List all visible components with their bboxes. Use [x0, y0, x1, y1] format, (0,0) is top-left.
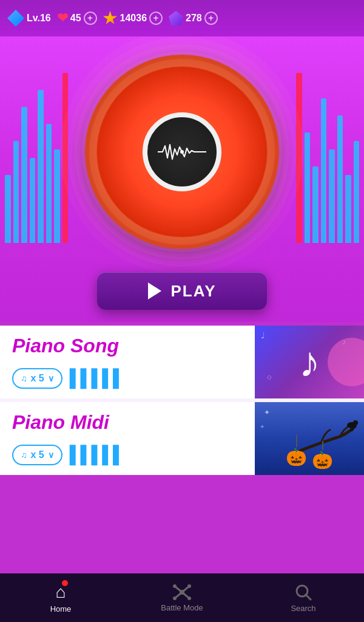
play-triangle-icon	[148, 282, 161, 299]
search-icon	[294, 583, 312, 601]
level-label: Lv.16	[27, 13, 51, 24]
cards-section: Piano Song ♫ x 5 ∨ ▌▌▌▌▌ ♩ ♪ ◇ ♪	[0, 326, 364, 475]
piano-midi-card[interactable]: Piano Midi ♫ x 5 ∨ ▌▌▌▌▌	[0, 402, 364, 475]
piano-midi-image: 🎃 🎃 ✦ ✦	[255, 402, 364, 475]
play-button[interactable]: PLAY	[97, 272, 267, 310]
gems-count: 278	[186, 13, 202, 24]
pumpkin-1: 🎃	[286, 435, 307, 470]
star-1: ✦	[264, 408, 270, 417]
piano-song-title: Piano Song	[12, 335, 243, 357]
scatter-note-3: ◇	[267, 374, 272, 380]
level-stat: Lv.16	[7, 10, 51, 27]
svg-point-12	[180, 590, 184, 595]
nav-battle[interactable]: Battle Mode	[121, 584, 243, 612]
equalizer-icon: ▌▌▌▌▌	[70, 369, 124, 388]
notification-dot	[62, 580, 68, 586]
star-2: ✦	[260, 423, 265, 430]
piano-midi-count: x 5	[31, 449, 44, 460]
hearts-stat: ❤ 45 +	[57, 10, 97, 26]
eq-bars-right	[291, 73, 364, 243]
main-area: PLAY	[0, 36, 364, 322]
svg-point-0	[180, 150, 184, 154]
vinyl-outer	[85, 55, 279, 249]
gems-stat: 278 +	[169, 11, 218, 26]
svg-point-8	[173, 584, 177, 588]
bottom-nav: ⌂ Home Battle Mode Search	[0, 573, 364, 622]
pumpkin-2: 🎃	[312, 441, 333, 470]
heart-icon: ❤	[57, 10, 68, 26]
play-button-container: PLAY	[97, 272, 267, 310]
piano-midi-bg: 🎃 🎃 ✦ ✦	[255, 402, 364, 475]
svg-point-10	[173, 596, 177, 600]
top-bar: Lv.16 ❤ 45 + 14036 + 278 +	[0, 0, 364, 36]
accent-circle	[328, 338, 364, 386]
hearts-plus-button[interactable]: +	[84, 12, 97, 25]
piano-song-controls: ♫ x 5 ∨ ▌▌▌▌▌	[12, 368, 243, 389]
svg-point-2	[353, 420, 358, 425]
vinyl-center	[143, 112, 221, 191]
nav-home[interactable]: ⌂ Home	[0, 583, 121, 613]
play-label: PLAY	[171, 282, 217, 301]
piano-song-card[interactable]: Piano Song ♫ x 5 ∨ ▌▌▌▌▌ ♩ ♪ ◇ ♪	[0, 326, 364, 398]
chevron-down-icon-2: ∨	[48, 450, 54, 460]
nav-search-label: Search	[291, 604, 315, 613]
svg-line-14	[306, 595, 311, 600]
music-note-icon-2: ♫	[21, 450, 27, 460]
svg-point-11	[187, 596, 191, 600]
piano-song-count: x 5	[31, 373, 44, 384]
svg-point-9	[187, 584, 191, 588]
hearts-count: 45	[70, 13, 81, 24]
coin-icon	[103, 11, 118, 26]
nav-battle-label: Battle Mode	[161, 603, 203, 612]
home-icon-wrapper: ⌂	[56, 583, 66, 602]
diamond-icon	[7, 10, 24, 27]
pumpkins: 🎃 🎃	[286, 435, 333, 470]
piano-song-count-badge[interactable]: ♫ x 5 ∨	[12, 368, 62, 389]
piano-song-info: Piano Song ♫ x 5 ∨ ▌▌▌▌▌	[0, 326, 255, 398]
gem-icon	[169, 11, 183, 26]
coins-count: 14036	[120, 13, 147, 24]
piano-song-bg: ♩ ♪ ◇ ♪	[255, 326, 364, 398]
piano-midi-title: Piano Midi	[12, 412, 243, 433]
battle-icon	[172, 584, 192, 601]
piano-midi-count-badge[interactable]: ♫ x 5 ∨	[12, 445, 62, 465]
piano-midi-controls: ♫ x 5 ∨ ▌▌▌▌▌	[12, 445, 243, 465]
nav-search[interactable]: Search	[243, 583, 364, 613]
scatter-note-1: ♩	[261, 330, 265, 340]
vinyl-record	[85, 55, 279, 249]
music-note-icon: ♫	[21, 374, 27, 383]
chevron-down-icon: ∨	[48, 374, 54, 383]
coins-plus-button[interactable]: +	[149, 12, 163, 25]
gems-plus-button[interactable]: +	[204, 12, 218, 25]
piano-midi-info: Piano Midi ♫ x 5 ∨ ▌▌▌▌▌	[0, 402, 255, 475]
piano-song-note-icon: ♪	[299, 338, 320, 386]
eq-bars-left	[0, 73, 73, 243]
coins-stat: 14036 +	[103, 11, 163, 26]
piano-song-image: ♩ ♪ ◇ ♪	[255, 326, 364, 398]
waveform-icon	[158, 140, 206, 164]
equalizer-icon-2: ▌▌▌▌▌	[70, 445, 124, 465]
nav-home-label: Home	[50, 604, 72, 613]
